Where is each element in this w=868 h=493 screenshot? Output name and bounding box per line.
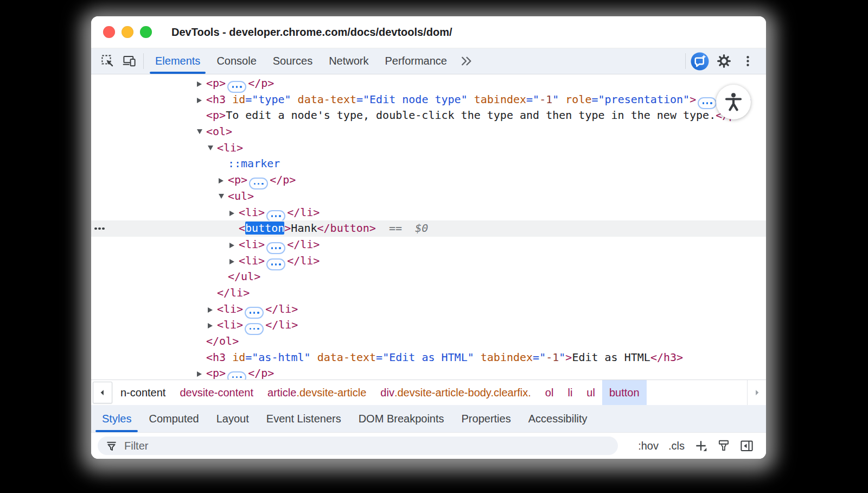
- devtools-toolbar: ElementsConsoleSourcesNetworkPerformance: [91, 48, 766, 74]
- tab-properties[interactable]: Properties: [453, 405, 520, 432]
- zoom-button[interactable]: [140, 26, 152, 38]
- expand-ellipsis-icon[interactable]: [227, 371, 246, 380]
- row-overflow-menu-icon[interactable]: [94, 220, 105, 237]
- disclosure-arrow-icon[interactable]: [208, 140, 217, 156]
- traffic-lights: [91, 26, 152, 38]
- tab-dom-breakpoints[interactable]: DOM Breakpoints: [350, 405, 453, 432]
- devtools-window: DevTools - developer.chrome.com/docs/dev…: [91, 16, 766, 459]
- breadcrumb-item-button[interactable]: button: [602, 380, 647, 405]
- dom-tree-panel: <p></p><h3 id="type" data-text="Edit nod…: [91, 74, 766, 380]
- breadcrumb-item-div[interactable]: div.devsite-article-body.clearfix.: [373, 380, 538, 405]
- dom-tree-row[interactable]: <p></p>: [91, 172, 766, 188]
- dom-tree-row[interactable]: <ul>: [91, 188, 766, 205]
- breadcrumb-item-ol[interactable]: ol: [538, 380, 561, 405]
- minimize-button[interactable]: [122, 26, 133, 38]
- sidebar-tabs: StylesComputedLayoutEvent ListenersDOM B…: [91, 405, 766, 432]
- ai-assistant-icon[interactable]: [689, 52, 711, 71]
- breadcrumb-item-n-content[interactable]: n-content: [113, 380, 173, 405]
- dock-sidebar-icon[interactable]: [739, 439, 754, 453]
- disclosure-arrow-icon[interactable]: [229, 237, 239, 253]
- disclosure-arrow-icon[interactable]: [219, 188, 228, 205]
- toolbar-divider-right: [685, 53, 686, 69]
- dom-tree-row-selected[interactable]: <button>Hank</button> == $0: [91, 220, 766, 237]
- disclosure-arrow-icon[interactable]: [197, 75, 206, 92]
- tab-accessibility[interactable]: Accessibility: [520, 405, 596, 432]
- dom-tree-row[interactable]: <li>: [91, 140, 766, 156]
- tab-layout[interactable]: Layout: [208, 405, 258, 432]
- dom-tree-row[interactable]: <li></li>: [91, 301, 766, 318]
- rendering-paintbrush-icon[interactable]: [717, 439, 731, 453]
- breadcrumb-item-ul[interactable]: ul: [579, 380, 602, 405]
- disclosure-arrow-icon[interactable]: [197, 124, 206, 140]
- breadcrumb-item-article[interactable]: article.devsite-article: [260, 380, 373, 405]
- breadcrumb-item-li[interactable]: li: [560, 380, 579, 405]
- dom-tree-row[interactable]: <li></li>: [91, 253, 766, 269]
- toggle-element-state[interactable]: :hov: [638, 440, 659, 452]
- breadcrumb-scroll-left-button[interactable]: [93, 382, 112, 403]
- window-title: DevTools - developer.chrome.com/docs/dev…: [171, 26, 452, 39]
- tab-sources[interactable]: Sources: [265, 48, 321, 74]
- accessibility-overlay-button[interactable]: [716, 85, 751, 119]
- dom-tree-row[interactable]: <h3 id="as-html" data-text="Edit as HTML…: [91, 350, 766, 366]
- dom-tree-row[interactable]: <ol>: [91, 124, 766, 140]
- tab-performance[interactable]: Performance: [377, 48, 456, 74]
- filter-funnel-icon: [105, 440, 118, 452]
- tab-network[interactable]: Network: [321, 48, 376, 74]
- dom-tree-row[interactable]: </ol>: [91, 333, 766, 350]
- tab-elements[interactable]: Elements: [147, 48, 208, 74]
- dom-tree-row[interactable]: ::marker: [91, 156, 766, 172]
- disclosure-arrow-icon[interactable]: [208, 317, 217, 333]
- tab-styles[interactable]: Styles: [93, 405, 140, 432]
- disclosure-arrow-icon[interactable]: [219, 172, 228, 188]
- dom-tree-row[interactable]: <p>To edit a node's type, double-click t…: [91, 108, 766, 124]
- main-tabs: ElementsConsoleSourcesNetworkPerformance: [147, 48, 455, 74]
- more-tabs-icon[interactable]: [455, 48, 477, 74]
- dom-tree-row[interactable]: <p></p>: [91, 365, 766, 380]
- settings-gear-icon[interactable]: [713, 54, 735, 68]
- title-bar: DevTools - developer.chrome.com/docs/dev…: [91, 16, 766, 48]
- dom-tree-row[interactable]: </li>: [91, 285, 766, 301]
- toggle-class[interactable]: .cls: [668, 440, 685, 452]
- dom-tree-row[interactable]: </ul>: [91, 269, 766, 285]
- filter-input-container[interactable]: [98, 437, 618, 455]
- tab-computed[interactable]: Computed: [140, 405, 207, 432]
- tab-console[interactable]: Console: [208, 48, 264, 74]
- three-dot-menu-icon[interactable]: [737, 54, 758, 68]
- disclosure-arrow-icon[interactable]: [229, 253, 239, 269]
- disclosure-arrow-icon[interactable]: [197, 92, 206, 108]
- inspect-cursor-icon[interactable]: [97, 48, 118, 74]
- close-button[interactable]: [103, 26, 115, 38]
- disclosure-arrow-icon[interactable]: [229, 205, 239, 221]
- disclosure-arrow-icon[interactable]: [208, 301, 217, 318]
- filter-input[interactable]: [123, 439, 610, 453]
- styles-filter-bar: :hov .cls: [91, 432, 766, 459]
- disclosure-arrow-icon[interactable]: [197, 365, 206, 380]
- breadcrumb-item-devsite-content[interactable]: devsite-content: [173, 380, 260, 405]
- dom-tree-row[interactable]: <li></li>: [91, 317, 766, 333]
- toolbar-divider: [143, 53, 144, 69]
- dom-tree-row[interactable]: <li></li>: [91, 237, 766, 253]
- breadcrumb-scroll-right-button[interactable]: [747, 380, 766, 405]
- dom-tree-row[interactable]: <li></li>: [91, 205, 766, 221]
- breadcrumb: n-contentdevsite-contentarticle.devsite-…: [113, 380, 747, 405]
- breadcrumb-bar: n-contentdevsite-contentarticle.devsite-…: [91, 380, 766, 405]
- new-style-rule-button[interactable]: [694, 439, 708, 453]
- dom-tree-row[interactable]: <p></p>: [91, 75, 766, 92]
- device-toolbar-icon[interactable]: [118, 48, 140, 74]
- tab-event-listeners[interactable]: Event Listeners: [258, 405, 350, 432]
- dom-tree-row[interactable]: <h3 id="type" data-text="Edit node type"…: [91, 92, 766, 108]
